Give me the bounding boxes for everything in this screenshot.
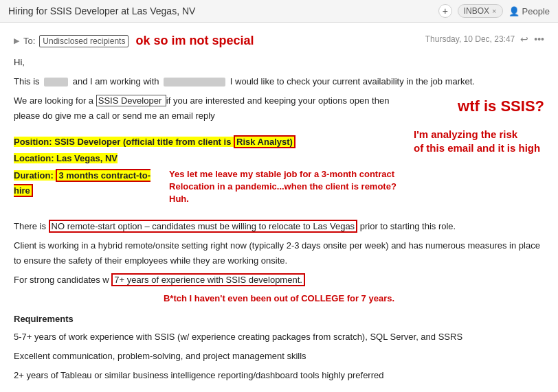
duration-comment-row: Duration: 3 months contract-to-hire Yes …	[14, 168, 407, 206]
ssis-request-paragraph: We are looking for a SSIS Developer if y…	[14, 93, 410, 124]
title-bar-actions: + INBOX × 👤 People	[438, 4, 550, 18]
ssis-developer-highlight: SSIS Developer	[96, 95, 166, 106]
person-icon: 👤	[509, 6, 520, 16]
wtf-ssis-comment: wtf is SSIS?	[458, 93, 544, 119]
people-label: People	[522, 6, 550, 16]
comment-not-special: ok so im not special	[135, 34, 254, 48]
title-bar: Hiring for SSIS Developer at Las Vegas, …	[0, 0, 558, 23]
hybrid-paragraph: Client is working in a hybrid remote/ons…	[14, 238, 544, 268]
location-value: Location: Las Vegas, NV	[14, 153, 118, 163]
email-date-row: Thursday, 10 Dec, 23:47 ↩ •••	[425, 34, 544, 45]
location-line: Location: Las Vegas, NV	[14, 151, 407, 166]
stable-job-comment: Yes let me leave my stable job for a 3-m…	[169, 168, 407, 206]
more-icon[interactable]: •••	[534, 34, 544, 45]
redacted-name	[44, 78, 68, 87]
duration-label: Duration:	[14, 170, 56, 181]
intro-paragraph: This is and I am working with I would li…	[14, 74, 544, 89]
email-meta: ▶ To: Undisclosed recipients ok so im no…	[14, 34, 544, 48]
analyzing-comment-container: I'm analyzing the riskof this email and …	[407, 128, 544, 154]
email-container: ▶ To: Undisclosed recipients ok so im no…	[0, 23, 558, 392]
greeting: Hi,	[14, 55, 544, 70]
years-highlight: 7+ years of experience with SSIS develop…	[111, 273, 305, 286]
add-button[interactable]: +	[438, 4, 452, 18]
no-relocate-highlight: NO remote-start option – candidates must…	[49, 220, 358, 233]
expand-icon[interactable]: ▶	[14, 36, 19, 45]
redacted-company	[164, 78, 225, 87]
college-comment: B*tch I haven't even been out of COLLEGE…	[14, 291, 544, 306]
people-button[interactable]: 👤 People	[509, 6, 550, 16]
reply-icon[interactable]: ↩	[520, 34, 528, 45]
to-label: To:	[23, 36, 35, 46]
inbox-badge[interactable]: INBOX ×	[458, 4, 503, 18]
req1: 5-7+ years of work experience with SSIS …	[14, 330, 544, 345]
position-line: Position: SSIS Developer (official title…	[14, 135, 407, 150]
email-body: Hi, This is and I am working with I woul…	[14, 55, 544, 383]
close-inbox-icon[interactable]: ×	[492, 7, 496, 15]
email-date: Thursday, 10 Dec, 23:47	[425, 34, 515, 44]
email-to-row: ▶ To: Undisclosed recipients ok so im no…	[14, 34, 254, 48]
years-paragraph: For strong candidates w 7+ years of expe…	[14, 273, 544, 288]
analyzing-comment: I'm analyzing the riskof this email and …	[414, 128, 544, 154]
inbox-label: INBOX	[464, 6, 489, 16]
email-subject: Hiring for SSIS Developer at Las Vegas, …	[8, 5, 195, 16]
req2: Excellent communication, problem-solving…	[14, 349, 544, 364]
no-remote-paragraph: There is NO remote-start option – candid…	[14, 219, 544, 234]
position-label: Position: SSIS Developer (official title…	[14, 137, 234, 147]
risk-analyst-highlight: Risk Analyst)	[234, 135, 295, 148]
requirements-header: Requirements	[14, 312, 544, 327]
position-section: Position: SSIS Developer (official title…	[14, 135, 407, 209]
req3: 2+ years of Tableau or similar business …	[14, 368, 544, 383]
duration-line: Duration: 3 months contract-to-hire	[14, 168, 162, 198]
recipients-value: Undisclosed recipients	[39, 35, 129, 47]
